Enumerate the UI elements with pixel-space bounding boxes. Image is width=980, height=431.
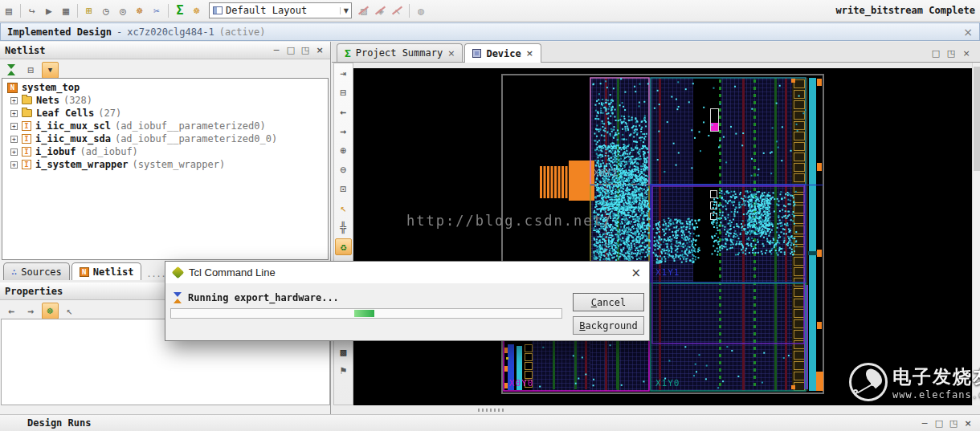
open-target-icon[interactable]: ▤	[1, 2, 17, 18]
tab-label: Sources	[21, 266, 62, 278]
hourglass-icon	[174, 292, 182, 303]
tab-device[interactable]: Device ×	[464, 43, 541, 63]
maximize-icon[interactable]: □	[933, 417, 945, 429]
context-part: xc7z020clg484-1	[127, 26, 214, 38]
float-icon[interactable]: ◳	[948, 417, 959, 429]
schematic-icon[interactable]: ⊟	[22, 62, 39, 79]
schematic-icon[interactable]: ⊞	[81, 2, 97, 18]
connectivity-icon[interactable]: ⊟	[335, 84, 352, 101]
netlist-panel: Netlist ─ □ ◳ × ⊟ ▼ N system_top + Nets …	[0, 42, 331, 280]
fit-selection-icon[interactable]: ╬	[335, 219, 352, 236]
close-icon[interactable]: ×	[963, 26, 973, 39]
tree-item-leaf-cells[interactable]: + Leaf Cells (27)	[4, 107, 328, 120]
close-icon[interactable]: ×	[447, 48, 455, 59]
cancel-button[interactable]: Cancel	[573, 293, 644, 311]
background-button[interactable]: Background	[573, 316, 644, 335]
tab-netlist[interactable]: N Netlist	[71, 262, 142, 280]
clock-region-label-x1y0: X1Y0	[655, 378, 680, 388]
settings-gear-icon[interactable]: ☸	[132, 2, 148, 18]
tab-sources[interactable]: ∴ Sources	[3, 262, 70, 280]
select-icon[interactable]: ↖	[61, 303, 78, 319]
run-icon[interactable]: ▶	[41, 2, 57, 18]
minimize-icon[interactable]: ─	[271, 45, 282, 56]
layout-icon	[213, 6, 223, 14]
watermark-text: http://blog.csdn.net/	[406, 213, 613, 229]
tab-overflow-dots[interactable]: ....	[146, 270, 165, 280]
export-hardware-icon[interactable]: ↪	[24, 2, 40, 18]
forward-icon[interactable]: →	[335, 123, 352, 140]
clock-region-label-x0y0: X0Y0	[509, 378, 534, 388]
dialog-title-bar[interactable]: Tcl Command Line ×	[165, 262, 649, 283]
close-icon[interactable]: ×	[314, 45, 325, 56]
world-disabled-icon: ◍	[413, 2, 429, 18]
dock-icon[interactable]: ⇥	[335, 65, 352, 82]
collapse-all-icon[interactable]	[3, 62, 20, 79]
tab-project-summary[interactable]: Σ Project Summary ×	[337, 43, 463, 62]
zoom-fit-icon[interactable]: ⊡	[335, 181, 352, 197]
clock-region-label-x0y2: X0Y2	[594, 168, 619, 178]
context-title: Implemented Design	[7, 26, 112, 38]
device-die-canvas[interactable]	[353, 68, 972, 405]
close-icon[interactable]: ×	[631, 266, 641, 280]
netlist-doc-icon[interactable]: ▼	[42, 62, 59, 79]
forward-icon[interactable]: →	[22, 303, 39, 319]
expander-icon[interactable]: +	[10, 136, 18, 143]
workspace-tab-bar: Σ Project Summary × Device × □ ◳ ×	[332, 42, 980, 63]
close-icon[interactable]: ×	[962, 417, 974, 429]
autofit-selection-icon[interactable]: ♻	[335, 238, 352, 255]
float-icon[interactable]: ◳	[945, 47, 957, 59]
float-icon[interactable]: ◳	[300, 45, 311, 56]
layout-gear-icon[interactable]: ☸	[189, 2, 205, 18]
close-icon[interactable]: ×	[526, 48, 533, 59]
program-device-icon[interactable]: ▦	[58, 2, 74, 18]
pin-icon[interactable]: ⚑	[335, 362, 352, 379]
expander-icon[interactable]: +	[10, 161, 18, 169]
elecfans-flame-icon	[849, 363, 888, 401]
expander-icon[interactable]: +	[10, 110, 18, 117]
back-icon[interactable]: ←	[3, 303, 20, 319]
tree-item-count: (328)	[63, 95, 92, 106]
expander-icon[interactable]: +	[10, 123, 18, 130]
back-icon[interactable]: ←	[335, 104, 352, 120]
project-summary-icon[interactable]: Σ	[172, 2, 188, 18]
device-floorplan-view[interactable]: http://blog.csdn.net/ X0Y2 X1Y1 X0Y0 X1Y…	[353, 68, 972, 405]
splitter-bar[interactable]	[332, 405, 980, 414]
tree-item-label: Leaf Cells	[36, 108, 94, 119]
select-area-icon[interactable]: ↖	[335, 200, 352, 217]
cursor-disabled-icon: ↖	[390, 2, 406, 18]
zoom-in-icon[interactable]: ⊕	[335, 142, 352, 159]
routing-resources-icon[interactable]: ▩	[335, 344, 352, 360]
tree-item-instance[interactable]: + I i_iic_mux_sda (ad_iobuf__parameteriz…	[4, 132, 328, 145]
tree-root[interactable]: N system_top	[4, 81, 328, 94]
tree-item-instance[interactable]: + I i_iic_mux_scl (ad_iobuf__parameteriz…	[4, 120, 328, 132]
vertical-scrollbar[interactable]	[972, 63, 980, 405]
expander-icon[interactable]: +	[10, 97, 18, 104]
netlist-panel-title: Netlist	[5, 45, 46, 56]
design-runs-panel[interactable]: Design Runs ─ □ ◳ ×	[0, 414, 980, 431]
progress-bar	[170, 308, 562, 319]
zoom-out-icon[interactable]: ⊖	[335, 161, 352, 178]
tools-icon[interactable]: ✂	[149, 2, 165, 18]
close-icon[interactable]: ×	[961, 47, 972, 59]
minimize-icon[interactable]: ─	[919, 417, 930, 429]
chevron-down-icon[interactable]: ▼	[340, 7, 349, 14]
scrollbar-thumb[interactable]	[974, 67, 980, 171]
tree-item-nets[interactable]: + Nets (328)	[4, 94, 328, 107]
maximize-icon[interactable]: □	[930, 47, 941, 59]
maximize-icon[interactable]: □	[285, 45, 296, 56]
dialog-title: Tcl Command Line	[189, 266, 276, 279]
tree-item-instance[interactable]: + I i_system_wrapper (system_wrapper)	[4, 158, 328, 171]
instance-icon: I	[22, 134, 31, 144]
validate-icon[interactable]: ◎	[115, 2, 131, 18]
tree-item-instance[interactable]: + I i_iobuf (ad_iobuf)	[4, 145, 328, 158]
layout-dropdown[interactable]: Default Layout ▼	[209, 2, 352, 18]
timing-icon[interactable]: ◷	[98, 2, 114, 18]
vivado-icon	[172, 266, 185, 279]
expander-icon[interactable]: +	[10, 148, 18, 156]
design-runs-title: Design Runs	[27, 417, 91, 429]
toolbar-separator	[409, 4, 410, 18]
autoupdate-icon[interactable]: ☸	[42, 303, 59, 319]
splitter-grip[interactable]	[478, 409, 505, 412]
dialog-message: Running export_hardware...	[188, 292, 339, 303]
tab-label: Project Summary	[356, 47, 443, 59]
